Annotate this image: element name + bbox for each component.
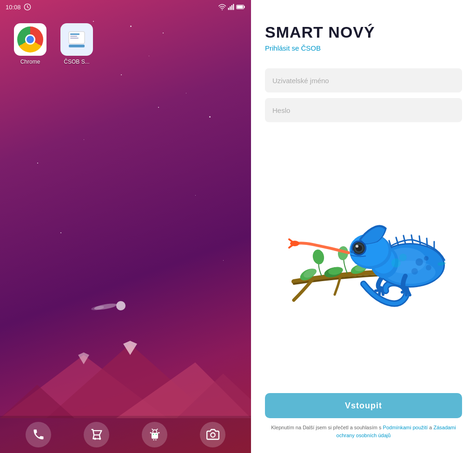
terms-middle: a: [429, 425, 432, 430]
svg-rect-7: [244, 6, 245, 8]
battery-icon: [236, 4, 245, 10]
svg-point-39: [311, 249, 325, 265]
svg-line-48: [403, 236, 405, 243]
terms-link-1[interactable]: Podmínkami použití: [383, 425, 428, 430]
chameleon-svg: [266, 193, 461, 323]
svg-point-69: [424, 256, 429, 261]
svg-point-62: [356, 245, 358, 248]
svg-point-68: [411, 268, 418, 275]
svg-rect-26: [155, 440, 156, 440]
app-title: SMART NOVÝ: [265, 23, 462, 41]
password-input[interactable]: [265, 98, 462, 122]
chrome-app-icon[interactable]: Chrome: [14, 23, 46, 65]
svg-rect-3: [230, 7, 231, 10]
chrome-color-ring: [17, 26, 43, 53]
camera-icon: [206, 428, 219, 441]
android-dock-icon[interactable]: [142, 422, 167, 447]
csob-logo-icon: [65, 28, 88, 51]
svg-rect-25: [153, 440, 154, 440]
status-bar: 10:08: [0, 0, 251, 14]
svg-rect-12: [70, 36, 77, 37]
phone-icon: [32, 428, 45, 441]
svg-point-28: [155, 434, 156, 435]
star: [209, 116, 211, 118]
android-icon: [148, 428, 161, 441]
store-dock-icon[interactable]: [84, 422, 109, 447]
svg-rect-11: [70, 33, 79, 35]
svg-rect-5: [233, 4, 234, 10]
status-bar-left: 10:08: [6, 3, 31, 11]
star: [195, 195, 196, 196]
chameleon-illustration: [251, 132, 476, 384]
star: [121, 74, 122, 75]
chrome-icon-container: [14, 23, 46, 56]
mountains-decoration: [0, 325, 251, 418]
chrome-label: Chrome: [20, 59, 40, 65]
login-button[interactable]: Vstoupit: [265, 393, 462, 418]
time-display: 10:08: [6, 4, 21, 11]
svg-point-65: [350, 250, 354, 253]
svg-rect-2: [228, 8, 229, 10]
csob-icon-container: [60, 23, 93, 56]
svg-line-50: [419, 236, 420, 244]
csob-login-screen: SMART NOVÝ Prihlásit se ČSOB: [251, 0, 476, 453]
star: [93, 21, 94, 22]
svg-point-15: [116, 301, 126, 310]
alarm-icon: [24, 3, 31, 11]
svg-rect-8: [237, 6, 243, 8]
svg-point-70: [391, 258, 401, 268]
star: [223, 260, 224, 261]
star: [186, 93, 186, 93]
star: [149, 56, 149, 56]
csob-label: ČSOB S...: [64, 59, 89, 65]
store-icon: [90, 428, 103, 441]
username-input[interactable]: [265, 68, 462, 92]
star: [158, 107, 159, 108]
svg-point-67: [426, 265, 431, 270]
star: [37, 163, 38, 164]
svg-line-29: [152, 429, 153, 430]
chameleon-body: [289, 225, 446, 303]
svg-rect-4: [231, 5, 232, 10]
phone-dock-icon[interactable]: [26, 422, 51, 447]
terms-prefix: Klepnutím na Další jsem si přečetl a sou…: [271, 425, 381, 430]
svg-line-51: [427, 238, 427, 246]
android-homescreen: 10:08: [0, 0, 251, 453]
svg-point-66: [416, 258, 423, 266]
svg-line-47: [396, 237, 398, 245]
csob-app-icon[interactable]: ČSOB S...: [60, 23, 93, 65]
svg-line-30: [156, 429, 157, 430]
app-subtitle: Prihlásit se ČSOB: [265, 44, 462, 52]
svg-line-49: [411, 235, 413, 243]
terms-text-container: Klepnutím na Další jsem si přečetl a sou…: [265, 424, 462, 439]
svg-point-31: [211, 433, 215, 437]
camera-dock-icon[interactable]: [200, 422, 225, 447]
signal-icon: [228, 4, 234, 10]
star: [130, 26, 132, 27]
star: [163, 33, 164, 33]
star: [84, 139, 84, 140]
meteor-svg: [86, 295, 128, 314]
meteor-decoration: [86, 295, 128, 316]
svg-point-71: [399, 254, 407, 261]
svg-rect-14: [69, 45, 85, 47]
svg-point-1: [222, 9, 223, 10]
app-icons-grid: Chrome ČSOB S...: [14, 23, 93, 65]
app-dock: [0, 416, 251, 453]
svg-rect-13: [70, 38, 79, 39]
chrome-center-dot: [25, 34, 35, 45]
status-bar-right: [218, 4, 245, 10]
svg-point-27: [152, 434, 153, 435]
star: [60, 232, 61, 233]
wifi-icon: [218, 4, 226, 10]
